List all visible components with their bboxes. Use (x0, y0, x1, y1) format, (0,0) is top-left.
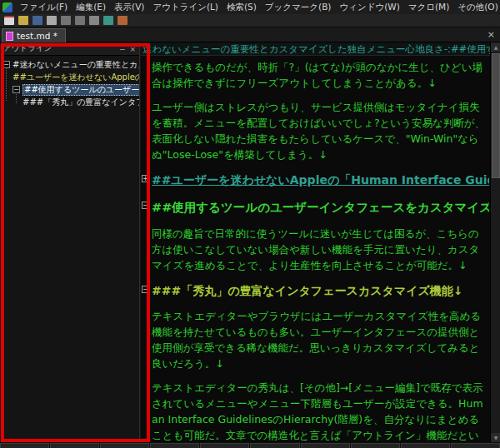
function-key-cell[interactable] (200, 443, 249, 448)
heading-line-collapsed: + ##ユーザーを迷わせないAppleの「Human Interface Gui… (141, 171, 489, 189)
paragraph-text: 操作できるものだが、時折「?」(はてな)が頭のなかに生じ、ひどい場合は操作できず… (152, 59, 489, 91)
menu-bookmark[interactable]: ブックマーク(B) (261, 0, 336, 14)
outline-item-hidemaru-features[interactable]: ###「秀丸」の豊富なインタフェー (0, 96, 139, 108)
menu-outline[interactable]: アウトライン(L) (148, 0, 222, 14)
menu-window[interactable]: ウィンドウ(W) (335, 0, 403, 14)
fold-margin: + (141, 171, 152, 189)
outline-item-label: ###「秀丸」の豊富なインタフェー (22, 97, 139, 108)
paragraph-text: ユーザー側はストレスがつもり、サービス提供側はモッタイナイ損失を蓄積。メニューを… (152, 99, 489, 162)
text-paragraph: ユーザー側はストレスがつもり、サービス提供側はモッタイナイ損失を蓄積。メニューを… (141, 99, 489, 162)
text-paragraph: テキストエディターやブラウザにはユーザーカスタマイズ性を高める機能を持たせている… (141, 308, 489, 371)
function-key-cell[interactable] (401, 443, 450, 448)
app-icon[interactable] (2, 2, 12, 12)
menu-search[interactable]: 検索(S) (222, 0, 261, 14)
text-paragraph: 操作できるものだが、時折「?」(はてな)が頭のなかに生じ、ひどい場合は操作できず… (141, 59, 489, 91)
scroll-down-icon[interactable]: ▼ (491, 433, 500, 442)
outline-tree: − #迷わないメニューの重要性とカスタマイズ ##ユーザーを迷わせないApple… (0, 56, 139, 108)
function-key-cell[interactable] (250, 443, 299, 448)
open-file-icon[interactable] (18, 16, 28, 25)
redo-icon[interactable] (75, 16, 85, 25)
menu-other[interactable]: その他(O) (453, 0, 500, 14)
outline-panel: アウトライン − × − #迷わないメニューの重要性とカスタマイズ ##ユーザー… (0, 42, 140, 442)
menu-macro[interactable]: マクロ(M) (404, 0, 454, 14)
fold-collapse-icon[interactable]: − (142, 202, 149, 209)
fold-margin: − (141, 281, 152, 300)
heading-text: ##ユーザーを迷わせないAppleの「Human Interface Guide… (152, 171, 489, 189)
tab-title: test.md * (17, 31, 58, 41)
fold-collapse-icon[interactable]: − (142, 286, 149, 293)
tree-connector-line (16, 92, 17, 103)
cut-icon[interactable] (89, 16, 99, 25)
tabbar-close-icon[interactable]: × (488, 29, 495, 41)
paragraph-text: テキストエディターの秀丸は、[その他]→[メニュー編集]で既存で表示されているメ… (152, 380, 489, 442)
paragraph-text: 同様の趣旨で日常的に使うツールに迷いが生じては困るが、こちらの方は使いこなしてい… (152, 226, 489, 273)
panel-close-icon[interactable]: × (129, 42, 136, 56)
outline-item-root[interactable]: − #迷わないメニューの重要性とカスタマイズ (0, 58, 139, 71)
function-key-bar (0, 442, 500, 448)
outline-panel-header: アウトライン − × (0, 42, 139, 56)
outline-item-apple-hig[interactable]: ##ユーザーを迷わせないAppleの「H (0, 71, 139, 83)
menu-file[interactable]: ファイル(F) (16, 0, 72, 14)
print-icon[interactable] (47, 16, 57, 25)
copy-icon[interactable] (103, 16, 113, 25)
tab-test-md[interactable]: test.md * (2, 28, 66, 42)
function-key-cell[interactable] (351, 443, 400, 448)
scrollbar-thumb[interactable] (492, 53, 500, 178)
function-key-cell[interactable] (451, 443, 500, 448)
toolbar (0, 14, 500, 27)
paragraph-text: テキストエディターやブラウザにはユーザーカスタマイズ性を高める機能を持たせている… (152, 308, 489, 371)
outline-panel-title: アウトライン (3, 43, 52, 54)
function-key-cell[interactable] (150, 443, 199, 448)
function-key-cell[interactable] (100, 443, 149, 448)
vertical-scrollbar[interactable]: ▲ ▼ (490, 42, 500, 442)
heading-text: ###「秀丸」の豊富なインタフェースカスタマイズ機能↓ (152, 281, 489, 300)
scroll-up-icon[interactable]: ▲ (491, 42, 500, 52)
fold-margin (141, 308, 152, 371)
heading-text: ##使用するツールのユーザーインタフェースをカスタマイズする↓ (152, 197, 489, 217)
outline-panel-buttons: − × (119, 42, 136, 56)
outline-item-customize-tools[interactable]: − ##使用するツールのユーザーインタフ (0, 83, 139, 96)
fold-margin (141, 59, 152, 91)
function-key-cell[interactable] (50, 443, 99, 448)
menu-view[interactable]: 表示(V) (110, 0, 148, 14)
function-key-cell[interactable] (301, 443, 350, 448)
outline-item-label: #迷わないメニューの重要性とカスタマイズ (12, 59, 139, 71)
hidemaru-editor-window: ファイル(F) 編集(E) 表示(V) アウトライン(L) 検索(S) ブックマ… (0, 0, 500, 448)
heading-line: − ##使用するツールのユーザーインタフェースをカスタマイズする↓ (141, 197, 489, 217)
fold-margin (141, 226, 152, 273)
search-icon[interactable] (118, 16, 128, 25)
file-type-icon (6, 32, 13, 41)
menu-edit[interactable]: 編集(E) (72, 0, 110, 14)
fold-margin (141, 99, 152, 162)
heading-path-text: 迷わないメニューの重要性とカスタマイズした独自メニュー心地良さ-:##使用するツ… (142, 43, 490, 55)
outline-item-label: ##ユーザーを迷わせないAppleの「H (12, 72, 139, 83)
heading-path-bar: 迷わないメニューの重要性とカスタマイズした独自メニュー心地良さ-:##使用するツ… (141, 42, 490, 56)
outline-item-label-selected: ##使用するツールのユーザーインタフ (22, 84, 139, 96)
function-key-cell[interactable] (0, 443, 49, 448)
tab-bar: test.md * × (0, 27, 500, 42)
fold-expand-icon[interactable]: + (142, 175, 149, 182)
text-paragraph: テキストエディターの秀丸は、[その他]→[メニュー編集]で既存で表示されているメ… (141, 380, 489, 442)
undo-icon[interactable] (61, 16, 71, 25)
save-icon[interactable] (32, 16, 42, 25)
tree-connector-line (6, 67, 7, 101)
fold-margin (141, 380, 152, 442)
fold-margin: − (141, 197, 152, 217)
panel-minimize-icon[interactable]: − (119, 42, 126, 56)
editor-content[interactable]: 操作できるものだが、時折「?」(はてな)が頭のなかに生じ、ひどい場合は操作できず… (141, 56, 490, 442)
editor-pane[interactable]: 迷わないメニューの重要性とカスタマイズした独自メニュー心地良さ-:##使用するツ… (141, 42, 490, 442)
text-paragraph: 同様の趣旨で日常的に使うツールに迷いが生じては困るが、こちらの方は使いこなしてい… (141, 226, 489, 273)
menu-bar: ファイル(F) 編集(E) 表示(V) アウトライン(L) 検索(S) ブックマ… (0, 0, 500, 14)
new-file-icon[interactable] (4, 16, 14, 25)
heading-line: − ###「秀丸」の豊富なインタフェースカスタマイズ機能↓ (141, 281, 489, 300)
